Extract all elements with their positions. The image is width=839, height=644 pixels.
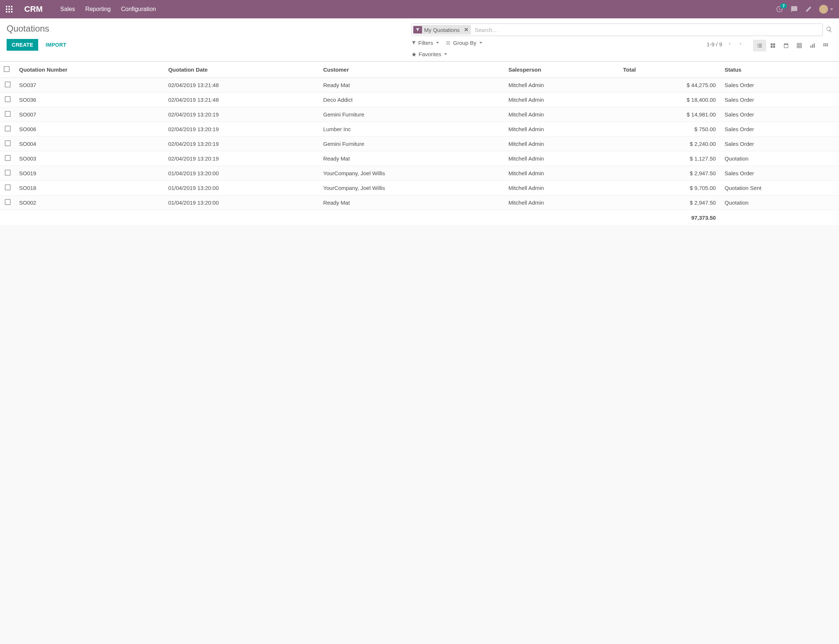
row-checkbox[interactable]	[5, 170, 11, 176]
table-row[interactable]: SO01901/04/2019 13:20:00YourCompany, Joe…	[0, 166, 839, 181]
filter-chip-label: My Quotations	[422, 27, 462, 33]
col-salesperson[interactable]: Salesperson	[505, 62, 619, 78]
main-navbar: CRM Sales Reporting Configuration 7	[0, 0, 839, 18]
cell-status: Sales Order	[721, 137, 839, 151]
table-row[interactable]: SO03702/04/2019 13:21:48Ready MatMitchel…	[0, 78, 839, 93]
notification-badge: 7	[780, 3, 787, 8]
svg-rect-10	[773, 43, 775, 45]
row-checkbox[interactable]	[5, 155, 11, 161]
row-checkbox[interactable]	[5, 184, 11, 190]
table-row[interactable]: SO00702/04/2019 13:20:19Gemini Furniture…	[0, 107, 839, 122]
cell-salesperson: Mitchell Admin	[505, 107, 619, 122]
conversations-icon[interactable]	[790, 5, 798, 13]
cell-date: 02/04/2019 13:20:19	[164, 107, 320, 122]
user-menu[interactable]	[819, 5, 833, 13]
cell-status: Sales Order	[721, 122, 839, 137]
cell-number: SO007	[15, 107, 164, 122]
favorites-dropdown[interactable]: Favorites	[411, 51, 447, 58]
row-checkbox[interactable]	[5, 96, 11, 102]
svg-rect-6	[6, 11, 7, 13]
svg-rect-16	[823, 43, 824, 44]
cell-salesperson: Mitchell Admin	[505, 93, 619, 107]
table-row[interactable]: SO03602/04/2019 13:21:48Deco AddictMitch…	[0, 93, 839, 107]
pager-next[interactable]	[737, 40, 744, 49]
svg-rect-14	[812, 44, 813, 48]
svg-rect-9	[771, 43, 773, 45]
cell-date: 02/04/2019 13:20:19	[164, 151, 320, 166]
table-row[interactable]: SO00402/04/2019 13:20:19Gemini Furniture…	[0, 137, 839, 151]
search-input[interactable]	[473, 25, 821, 34]
svg-rect-1	[8, 6, 10, 7]
filter-chip-remove[interactable]: ✕	[462, 26, 471, 33]
cell-total: $ 44,275.00	[619, 78, 721, 93]
svg-rect-18	[827, 43, 828, 44]
apps-icon[interactable]	[6, 6, 13, 13]
row-checkbox[interactable]	[5, 126, 11, 131]
row-checkbox[interactable]	[5, 82, 11, 87]
cell-status: Quotation Sent	[721, 181, 839, 196]
row-checkbox[interactable]	[5, 111, 11, 117]
create-button[interactable]: CREATE	[7, 39, 38, 51]
cell-status: Quotation	[721, 196, 839, 210]
active-filter-chip: My Quotations ✕	[413, 25, 471, 34]
cell-total: $ 2,947.50	[619, 166, 721, 181]
pager-prev[interactable]	[726, 40, 733, 49]
filter-icon	[413, 26, 422, 33]
caret-down-icon	[830, 8, 833, 10]
cell-total: $ 2,947.50	[619, 196, 721, 210]
cell-salesperson: Mitchell Admin	[505, 78, 619, 93]
cell-status: Sales Order	[721, 166, 839, 181]
table-row[interactable]: SO01801/04/2019 13:20:00YourCompany, Joe…	[0, 181, 839, 196]
page-title: Quotations	[7, 23, 411, 34]
filters-dropdown[interactable]: Filters	[411, 40, 439, 46]
app-brand[interactable]: CRM	[24, 5, 43, 14]
cell-total: $ 1,127.50	[619, 151, 721, 166]
col-number[interactable]: Quotation Number	[15, 62, 164, 78]
col-date[interactable]: Quotation Date	[164, 62, 320, 78]
cell-number: SO004	[15, 137, 164, 151]
row-checkbox[interactable]	[5, 140, 11, 146]
caret-down-icon	[436, 42, 439, 44]
svg-rect-13	[810, 46, 811, 48]
cell-salesperson: Mitchell Admin	[505, 181, 619, 196]
view-graph[interactable]	[806, 40, 819, 51]
view-activity[interactable]	[819, 40, 832, 51]
table-row[interactable]: SO00201/04/2019 13:20:00Ready MatMitchel…	[0, 196, 839, 210]
select-all-checkbox[interactable]	[4, 66, 10, 72]
quotations-table: Quotation Number Quotation Date Customer…	[0, 61, 839, 225]
table-row[interactable]: SO00602/04/2019 13:20:19Lumber IncMitche…	[0, 122, 839, 137]
view-list[interactable]	[753, 40, 766, 51]
row-checkbox[interactable]	[5, 199, 11, 205]
svg-rect-12	[773, 46, 775, 48]
cell-status: Sales Order	[721, 107, 839, 122]
settings-tools-icon[interactable]	[805, 6, 812, 13]
clock-icon[interactable]: 7	[776, 5, 783, 13]
col-customer[interactable]: Customer	[320, 62, 505, 78]
view-pivot[interactable]	[793, 40, 806, 51]
cell-customer: Ready Mat	[320, 78, 505, 93]
cell-customer: Lumber Inc	[320, 122, 505, 137]
table-row[interactable]: SO00302/04/2019 13:20:19Ready MatMitchel…	[0, 151, 839, 166]
menu-configuration[interactable]: Configuration	[121, 6, 156, 13]
search-icon[interactable]	[826, 26, 832, 34]
cell-number: SO002	[15, 196, 164, 210]
col-total[interactable]: Total	[619, 62, 721, 78]
menu-sales[interactable]: Sales	[60, 6, 75, 13]
cell-status: Quotation	[721, 151, 839, 166]
view-calendar[interactable]	[780, 40, 793, 51]
svg-rect-5	[11, 8, 13, 10]
cell-number: SO037	[15, 78, 164, 93]
groupby-dropdown[interactable]: Group By	[446, 40, 482, 46]
col-status[interactable]: Status	[721, 62, 839, 78]
svg-rect-0	[6, 6, 7, 7]
svg-rect-2	[11, 6, 13, 7]
control-panel: Quotations CREATE IMPORT My Quotations ✕	[0, 18, 839, 61]
cell-total: $ 18,400.00	[619, 93, 721, 107]
import-button[interactable]: IMPORT	[46, 42, 66, 48]
view-kanban[interactable]	[766, 40, 780, 51]
menu-reporting[interactable]: Reporting	[85, 6, 110, 13]
search-box[interactable]: My Quotations ✕	[411, 23, 823, 36]
cell-salesperson: Mitchell Admin	[505, 196, 619, 210]
svg-rect-3	[6, 8, 7, 10]
cell-customer: Gemini Furniture	[320, 107, 505, 122]
